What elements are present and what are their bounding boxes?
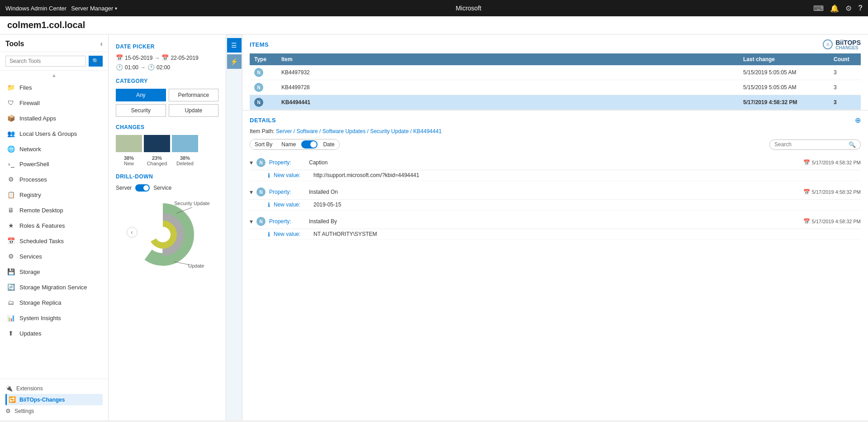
sidebar-item-storage-replica[interactable]: 🗂 Storage Replica [0,295,108,310]
changed-pct: 23% [144,155,170,161]
app-name: Windows Admin Center [5,5,66,12]
sidebar-item-files[interactable]: 📁 Files [0,80,108,95]
help-icon[interactable]: ? [858,4,863,12]
left-panel: DATE PICKER 📅 15-05-2019 → 📅 22-05-2019 … [109,34,226,420]
scheduled-tasks-label: Scheduled Tasks [19,238,64,245]
arrow-time-icon: → [140,64,146,71]
processes-label: Processes [19,176,47,183]
details-heading: DETAILS [250,117,276,124]
installed-apps-label: Installed Apps [19,115,56,122]
sidebar-item-storage-migration[interactable]: 🔄 Storage Migration Service [0,279,108,295]
detail-main-installed-on: ▾ N Property: Installed On 📅 5/17/2019 4… [250,185,861,200]
sidebar-item-remote-desktop[interactable]: 🖥 Remote Desktop [0,202,108,218]
topbar-left: Windows Admin Center Server Manager ▾ [5,5,117,12]
breadcrumb-software[interactable]: Software [296,128,318,134]
calendar-icon: 📅 [116,54,123,61]
sidebar-collapse-button[interactable]: ‹ [100,40,103,48]
category-update-button[interactable]: Update [169,104,219,117]
server-title: colmem1.col.local [0,16,868,34]
firewall-icon: 🛡 [7,99,15,106]
to-date: 22-05-2019 [171,55,198,61]
sidebar-item-system-insights[interactable]: 📊 System Insights [0,310,108,326]
sidebar-item-installed-apps[interactable]: 📦 Installed Apps [0,110,108,126]
detail-prop-installed-by: Property: [269,218,305,225]
sidebar-item-roles-features[interactable]: ★ Roles & Features [0,218,108,233]
drilldown-heading: DRILL-DOWN [116,173,218,180]
sidebar-item-scheduled-tasks[interactable]: 📅 Scheduled Tasks [0,233,108,249]
item-count-selected: 3 [829,95,861,110]
table-row[interactable]: N KB4499728 5/15/2019 5:05:05 AM 3 [250,80,861,95]
details-search-input[interactable] [774,141,847,148]
search-button[interactable]: 🔍 [89,56,103,67]
sort-toggle-switch[interactable] [301,140,318,149]
breadcrumb-security-update[interactable]: Security Update [370,128,408,134]
sidebar-item-extensions[interactable]: 🔌 Extensions [5,383,103,394]
detail-expand-installed-on[interactable]: ▾ [250,188,253,196]
sidebar-item-updates[interactable]: ⬆ Updates [0,326,108,341]
sidebar-item-local-users[interactable]: 👥 Local Users & Groups [0,126,108,141]
table-row-selected[interactable]: N KB4494441 5/17/2019 4:58:32 PM 3 [250,95,861,110]
table-row[interactable]: N KB4497932 5/15/2019 5:05:05 AM 3 [250,65,861,80]
sidebar-item-powershell[interactable]: ›_ PowerShell [0,157,108,172]
sidebar-header: Tools ‹ [0,34,108,52]
icon-bar-btn-1[interactable]: ☰ [227,38,242,53]
sort-controls: Sort By Name Date [250,139,340,150]
new-value-label-installed-by: New value: [274,231,310,237]
new-value-label-caption: New value: [274,172,310,178]
category-performance-button[interactable]: Performance [169,89,219,101]
sidebar-item-processes[interactable]: ⚙ Processes [0,172,108,187]
terminal-icon[interactable]: ⌨ [813,4,824,13]
powershell-icon: ›_ [7,161,15,168]
category-security-button[interactable]: Security [116,104,166,117]
server-manager-button[interactable]: Server Manager ▾ [71,5,117,12]
sidebar-item-services[interactable]: ⚙ Services [0,249,108,264]
gear-icon[interactable]: ⚙ [845,4,852,13]
item-name: KB4497932 [277,65,739,80]
sidebar-item-firewall[interactable]: 🛡 Firewall [0,95,108,110]
sidebar-item-storage[interactable]: 💾 Storage [0,264,108,279]
detail-group-installed-by: ▾ N Property: Installed By 📅 5/17/2019 4… [250,214,861,240]
detail-date-caption: 📅 5/17/2019 4:58:32 PM [803,159,861,166]
icon-bar-btn-2[interactable]: ⚡ [227,54,242,69]
sidebar-item-registry[interactable]: 📋 Registry [0,187,108,202]
item-path-label: Item Path: [250,128,276,134]
category-any-button[interactable]: Any [116,89,166,101]
biitops-label: BiiTOps-Changes [19,397,65,403]
detail-expand-caption[interactable]: ▾ [250,159,253,166]
drilldown-toggle-switch[interactable] [135,184,150,192]
from-time: 01:00 [125,64,138,71]
services-icon: ⚙ [7,253,15,260]
detail-expand-installed-by[interactable]: ▾ [250,218,253,225]
breadcrumb-software-updates[interactable]: Software Updates [323,128,365,134]
firewall-label: Firewall [19,100,40,106]
sidebar-item-network[interactable]: 🌐 Network [0,141,108,157]
info-icon-installed-on: ℹ [268,201,270,208]
sort-date-button[interactable]: Date [318,139,339,149]
item-name: KB4499728 [277,80,739,95]
detail-type-badge-2: N [256,187,266,197]
detail-group-caption: ▾ N Property: Caption 📅 5/17/2019 4:58:3… [250,155,861,181]
settings-label: Settings [14,408,34,414]
donut-prev-button[interactable]: ‹ [127,227,138,238]
sidebar-item-biitops[interactable]: 🔁 BiiTOps-Changes [5,394,103,405]
roles-features-label: Roles & Features [19,222,65,229]
search-input[interactable] [5,56,86,67]
detail-sub-installed-on: ℹ New value: 2019-05-15 [250,200,861,211]
col-item: Item [277,53,739,65]
breadcrumb-kb[interactable]: KB4494441 [413,128,442,134]
svg-line-4 [174,262,190,265]
detail-sub-installed-by: ℹ New value: NT AUTHORITY\SYSTEM [250,229,861,240]
details-header-row: DETAILS ⊕ [250,116,861,125]
sort-name-button[interactable]: Name [277,139,300,149]
sidebar-scroll-up[interactable]: ▲ [0,71,108,80]
breadcrumb-server[interactable]: Server [276,128,292,134]
sidebar-item-settings[interactable]: ⚙ Settings [5,405,103,417]
bell-icon[interactable]: 🔔 [830,4,839,13]
installed-apps-icon: 📦 [7,115,15,122]
biitops-circle-icon: ≡ [823,39,833,49]
storage-migration-label: Storage Migration Service [19,284,87,291]
biitops-icon: 🔁 [9,396,16,403]
topbar-center: Microsoft [449,5,481,12]
details-collapse-button[interactable]: ⊕ [855,116,861,125]
clock-to-icon: 🕐 [147,64,155,71]
